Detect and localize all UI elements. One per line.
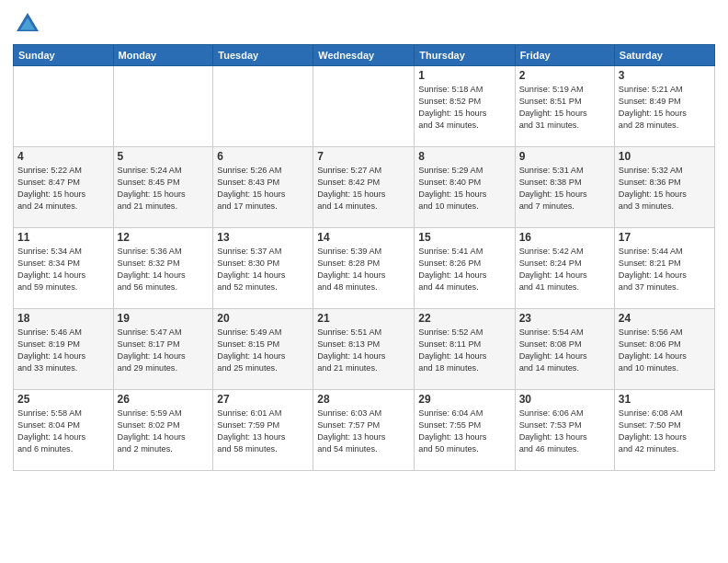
calendar-cell [313,66,415,147]
calendar-cell: 29Sunrise: 6:04 AM Sunset: 7:55 PM Dayli… [415,390,515,471]
day-info: Sunrise: 5:24 AM Sunset: 8:45 PM Dayligh… [118,165,210,213]
day-number: 9 [519,150,610,163]
day-info: Sunrise: 5:49 AM Sunset: 8:15 PM Dayligh… [217,327,309,374]
calendar-cell: 25Sunrise: 5:58 AM Sunset: 8:04 PM Dayli… [14,390,114,471]
weekday-header-row: SundayMondayTuesdayWednesdayThursdayFrid… [14,45,715,66]
calendar-week-1: 4Sunrise: 5:22 AM Sunset: 8:47 PM Daylig… [14,147,715,228]
day-info: Sunrise: 5:58 AM Sunset: 8:04 PM Dayligh… [17,408,109,455]
calendar-cell: 30Sunrise: 6:06 AM Sunset: 7:53 PM Dayli… [515,390,614,471]
day-number: 6 [217,150,309,163]
day-info: Sunrise: 5:22 AM Sunset: 8:47 PM Dayligh… [17,165,109,213]
day-info: Sunrise: 5:21 AM Sunset: 8:49 PM Dayligh… [619,84,711,132]
calendar-week-0: 1Sunrise: 5:18 AM Sunset: 8:52 PM Daylig… [14,66,715,147]
day-number: 12 [118,231,210,244]
day-number: 21 [317,312,410,325]
day-info: Sunrise: 5:26 AM Sunset: 8:43 PM Dayligh… [217,165,309,213]
calendar-cell: 31Sunrise: 6:08 AM Sunset: 7:50 PM Dayli… [614,390,714,471]
day-info: Sunrise: 5:36 AM Sunset: 8:32 PM Dayligh… [118,246,210,293]
calendar-cell: 15Sunrise: 5:41 AM Sunset: 8:26 PM Dayli… [415,228,515,309]
day-info: Sunrise: 5:34 AM Sunset: 8:34 PM Dayligh… [17,246,109,293]
day-info: Sunrise: 5:54 AM Sunset: 8:08 PM Dayligh… [519,327,610,374]
day-info: Sunrise: 5:41 AM Sunset: 8:26 PM Dayligh… [418,246,510,293]
header [13,9,715,39]
calendar-cell: 19Sunrise: 5:47 AM Sunset: 8:17 PM Dayli… [113,309,213,390]
calendar-week-4: 25Sunrise: 5:58 AM Sunset: 8:04 PM Dayli… [14,390,715,471]
calendar-cell: 24Sunrise: 5:56 AM Sunset: 8:06 PM Dayli… [614,309,714,390]
calendar-cell: 3Sunrise: 5:21 AM Sunset: 8:49 PM Daylig… [614,66,714,147]
calendar-cell: 27Sunrise: 6:01 AM Sunset: 7:59 PM Dayli… [213,390,313,471]
calendar-cell: 20Sunrise: 5:49 AM Sunset: 8:15 PM Dayli… [213,309,313,390]
day-info: Sunrise: 6:01 AM Sunset: 7:59 PM Dayligh… [217,408,309,455]
day-info: Sunrise: 6:03 AM Sunset: 7:57 PM Dayligh… [317,408,410,455]
day-number: 7 [317,150,410,163]
day-info: Sunrise: 5:51 AM Sunset: 8:13 PM Dayligh… [317,327,410,374]
day-number: 28 [317,393,410,406]
logo-icon [13,9,42,39]
day-number: 29 [418,393,510,406]
day-number: 10 [619,150,711,163]
day-number: 18 [17,312,109,325]
weekday-tuesday: Tuesday [213,45,313,66]
calendar-cell: 21Sunrise: 5:51 AM Sunset: 8:13 PM Dayli… [313,309,415,390]
day-info: Sunrise: 5:46 AM Sunset: 8:19 PM Dayligh… [17,327,109,374]
calendar-cell [213,66,313,147]
day-number: 13 [217,231,309,244]
calendar-cell: 4Sunrise: 5:22 AM Sunset: 8:47 PM Daylig… [14,147,114,228]
day-info: Sunrise: 5:59 AM Sunset: 8:02 PM Dayligh… [118,408,210,455]
day-number: 22 [418,312,510,325]
day-info: Sunrise: 5:29 AM Sunset: 8:40 PM Dayligh… [418,165,510,213]
weekday-monday: Monday [113,45,213,66]
day-info: Sunrise: 5:42 AM Sunset: 8:24 PM Dayligh… [519,246,610,293]
day-number: 3 [619,69,711,82]
day-info: Sunrise: 5:19 AM Sunset: 8:51 PM Dayligh… [519,84,610,132]
calendar-table: SundayMondayTuesdayWednesdayThursdayFrid… [13,44,715,471]
day-info: Sunrise: 5:37 AM Sunset: 8:30 PM Dayligh… [217,246,309,293]
calendar-cell: 22Sunrise: 5:52 AM Sunset: 8:11 PM Dayli… [415,309,515,390]
day-number: 14 [317,231,410,244]
calendar-cell: 10Sunrise: 5:32 AM Sunset: 8:36 PM Dayli… [614,147,714,228]
day-info: Sunrise: 6:06 AM Sunset: 7:53 PM Dayligh… [519,408,610,455]
day-number: 2 [519,69,610,82]
calendar-week-3: 18Sunrise: 5:46 AM Sunset: 8:19 PM Dayli… [14,309,715,390]
calendar-cell [113,66,213,147]
day-number: 26 [118,393,210,406]
calendar-cell: 14Sunrise: 5:39 AM Sunset: 8:28 PM Dayli… [313,228,415,309]
calendar-cell: 7Sunrise: 5:27 AM Sunset: 8:42 PM Daylig… [313,147,415,228]
day-info: Sunrise: 5:52 AM Sunset: 8:11 PM Dayligh… [418,327,510,374]
day-number: 8 [418,150,510,163]
weekday-thursday: Thursday [415,45,515,66]
day-number: 17 [619,231,711,244]
day-info: Sunrise: 5:31 AM Sunset: 8:38 PM Dayligh… [519,165,610,213]
calendar-header: SundayMondayTuesdayWednesdayThursdayFrid… [14,45,715,66]
calendar-cell: 5Sunrise: 5:24 AM Sunset: 8:45 PM Daylig… [113,147,213,228]
calendar-cell: 8Sunrise: 5:29 AM Sunset: 8:40 PM Daylig… [415,147,515,228]
day-number: 31 [619,393,711,406]
day-number: 20 [217,312,309,325]
calendar-week-2: 11Sunrise: 5:34 AM Sunset: 8:34 PM Dayli… [14,228,715,309]
day-number: 5 [118,150,210,163]
weekday-sunday: Sunday [14,45,114,66]
calendar-cell: 26Sunrise: 5:59 AM Sunset: 8:02 PM Dayli… [113,390,213,471]
calendar-cell: 12Sunrise: 5:36 AM Sunset: 8:32 PM Dayli… [113,228,213,309]
day-info: Sunrise: 5:56 AM Sunset: 8:06 PM Dayligh… [619,327,711,374]
calendar-cell: 28Sunrise: 6:03 AM Sunset: 7:57 PM Dayli… [313,390,415,471]
calendar-cell [14,66,114,147]
day-number: 15 [418,231,510,244]
day-info: Sunrise: 5:39 AM Sunset: 8:28 PM Dayligh… [317,246,410,293]
day-info: Sunrise: 5:44 AM Sunset: 8:21 PM Dayligh… [619,246,711,293]
weekday-wednesday: Wednesday [313,45,415,66]
calendar-cell: 13Sunrise: 5:37 AM Sunset: 8:30 PM Dayli… [213,228,313,309]
logo [13,9,46,39]
day-info: Sunrise: 6:08 AM Sunset: 7:50 PM Dayligh… [619,408,711,455]
calendar-cell: 23Sunrise: 5:54 AM Sunset: 8:08 PM Dayli… [515,309,614,390]
weekday-saturday: Saturday [614,45,714,66]
calendar-cell: 9Sunrise: 5:31 AM Sunset: 8:38 PM Daylig… [515,147,614,228]
calendar-cell: 6Sunrise: 5:26 AM Sunset: 8:43 PM Daylig… [213,147,313,228]
calendar-cell: 2Sunrise: 5:19 AM Sunset: 8:51 PM Daylig… [515,66,614,147]
calendar-cell: 1Sunrise: 5:18 AM Sunset: 8:52 PM Daylig… [415,66,515,147]
day-info: Sunrise: 5:18 AM Sunset: 8:52 PM Dayligh… [418,84,510,132]
weekday-friday: Friday [515,45,614,66]
calendar-cell: 16Sunrise: 5:42 AM Sunset: 8:24 PM Dayli… [515,228,614,309]
day-info: Sunrise: 5:47 AM Sunset: 8:17 PM Dayligh… [118,327,210,374]
day-number: 1 [418,69,510,82]
